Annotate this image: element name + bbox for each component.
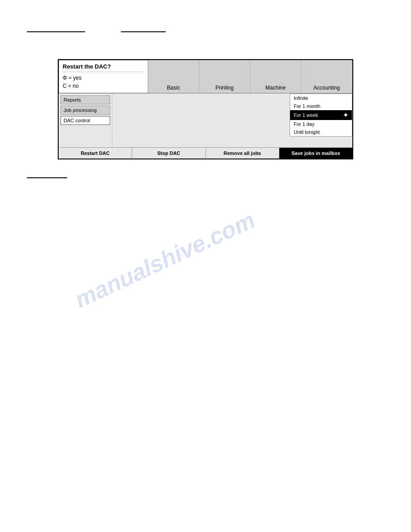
scroll-arrow-icon: ✦ — [343, 112, 348, 119]
dialog-container: Restart the DAC? Φ = yes C = no Basic Pr… — [58, 59, 353, 159]
tabs-row: Restart the DAC? Φ = yes C = no Basic Pr… — [59, 60, 352, 93]
tab-printing[interactable]: Printing — [199, 60, 250, 93]
save-jobs-in-mailbox-button[interactable]: Save jobs in mailbox — [279, 148, 352, 159]
restart-panel: Restart the DAC? Φ = yes C = no — [59, 60, 148, 93]
bottom-line — [27, 177, 67, 178]
dotted-divider — [63, 72, 144, 72]
nav-job-processing[interactable]: Job processing — [60, 106, 110, 115]
top-line-2 — [121, 27, 166, 32]
page-wrapper: Restart the DAC? Φ = yes C = no Basic Pr… — [0, 0, 411, 532]
dropdown-item-for-1-day[interactable]: For 1 day — [290, 120, 352, 128]
top-line-1 — [27, 27, 85, 32]
top-lines — [27, 27, 384, 32]
main-content: Infinite For 1 month For 1 week ✦ For 1 … — [112, 94, 352, 147]
content-area: Reports Job processing DAC control Infin… — [59, 93, 352, 147]
tab-machine[interactable]: Machine — [250, 60, 301, 93]
restart-title: Restart the DAC? — [63, 63, 144, 70]
dropdown-item-for-1-month[interactable]: For 1 month — [290, 102, 352, 110]
dropdown-item-infinite[interactable]: Infinite — [290, 94, 352, 102]
remove-all-jobs-button[interactable]: Remove all jobs — [206, 148, 279, 159]
nav-dac-control[interactable]: DAC control — [60, 116, 110, 125]
option-no: C = no — [63, 82, 144, 90]
dropdown-item-until-tonight[interactable]: Until tonight — [290, 128, 352, 136]
tab-accounting[interactable]: Accounting — [301, 60, 352, 93]
action-bar: Restart DAC Stop DAC Remove all jobs Sav… — [59, 147, 352, 159]
dropdown-menu: Infinite For 1 month For 1 week ✦ For 1 … — [290, 94, 352, 137]
nav-reports[interactable]: Reports — [60, 95, 110, 104]
stop-dac-button[interactable]: Stop DAC — [132, 148, 206, 159]
option-yes: Φ = yes — [63, 74, 144, 82]
dropdown-item-for-1-week[interactable]: For 1 week ✦ — [290, 110, 352, 120]
tab-basic[interactable]: Basic — [148, 60, 199, 93]
restart-dac-button[interactable]: Restart DAC — [59, 148, 132, 159]
left-nav: Reports Job processing DAC control — [59, 94, 112, 147]
